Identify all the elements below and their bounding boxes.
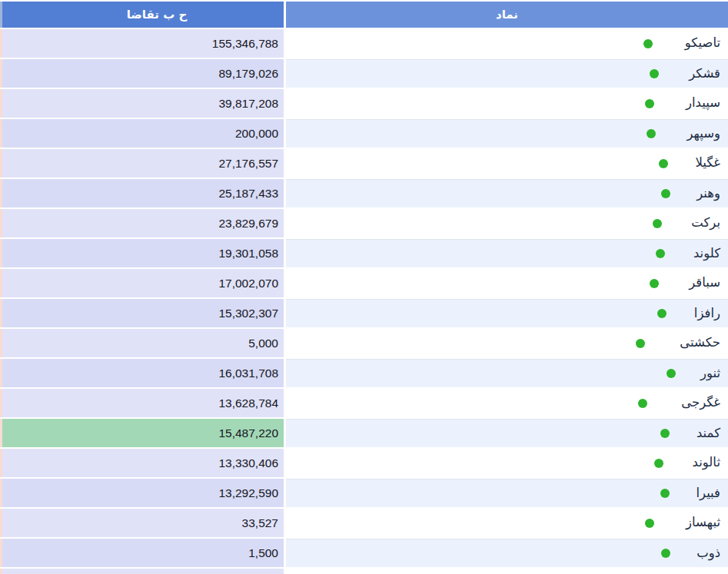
- table-row: 200,000‎ﻭﺳﭙﻬﺮ‎: [0, 119, 728, 148]
- symbol-name: ‎ﺑﺮﮐﺖ‎: [691, 209, 720, 237]
- symbol-cell[interactable]: ‎ﻏﮕﺮﺟﯽ‎: [286, 389, 728, 417]
- symbol-name: ‎ﮐﻠﻮﻧﺪ‎: [693, 240, 720, 267]
- status-dot-icon: [657, 309, 667, 318]
- table-row: 15,487,220‎ﮐﻤﻨﺪ‎: [0, 419, 728, 447]
- table-row: 23,829,679‎ﺑﺮﮐﺖ‎: [0, 209, 728, 237]
- symbol-name: ‎ﻗﺸﮑﺮ‎: [689, 60, 720, 88]
- status-dot-icon: [638, 399, 647, 408]
- demand-value: 200,000: [0, 119, 284, 148]
- symbol-name: ‎ﻏﮕﯿﻠﺎ‎: [695, 149, 720, 177]
- symbol-name: ‎ﺣﮑﺸﺘﯽ‎: [680, 329, 720, 357]
- symbol-cell: [286, 569, 728, 574]
- table-row: 5,000‎ﺣﮑﺸﺘﯽ‎: [0, 329, 728, 357]
- status-dot-icon: [653, 219, 662, 228]
- symbol-name: ‎ﺫﻭﺏ‎: [696, 539, 720, 567]
- status-dot-icon: [645, 99, 654, 108]
- symbol-cell[interactable]: ‎ﺫﻭﺏ‎: [286, 539, 728, 567]
- table-row-partial: [0, 569, 728, 574]
- symbol-cell[interactable]: ‎ﺛﺎﻟﻮﻧﺪ‎: [286, 449, 728, 477]
- table-row: 15,302,307‎ﺭﺍﻓﺰﺍ‎: [0, 299, 728, 327]
- demand-value: [0, 569, 284, 574]
- table-row: 1,500‎ﺫﻭﺏ‎: [0, 539, 728, 567]
- demand-value: 27,176,557: [0, 149, 284, 178]
- status-dot-icon: [661, 549, 670, 558]
- demand-value: 25,187,433: [0, 179, 284, 207]
- symbol-cell[interactable]: ‎ﮐﻤﻨﺪ‎: [286, 419, 728, 447]
- symbol-name: ‎ﺛﺎﻟﻮﻧﺪ‎: [693, 449, 720, 476]
- table-row: 27,176,557‎ﻏﮕﯿﻠﺎ‎: [0, 149, 728, 178]
- status-dot-icon: [660, 489, 670, 498]
- symbol-cell[interactable]: ‎ﺗﺎﺻﯿﮑﻮ‎: [286, 29, 728, 58]
- symbol-cell[interactable]: ‎ﻭﺳﭙﻬﺮ‎: [286, 119, 728, 148]
- symbol-name: ‎ﺛﺒﻬﺴﺎﺯ‎: [686, 509, 720, 536]
- status-dot-icon: [645, 519, 654, 528]
- table-row: 33,527‎ﺛﺒﻬﺴﺎﺯ‎: [0, 509, 728, 537]
- status-dot-icon: [667, 369, 676, 378]
- demand-value: 23,829,679: [0, 209, 284, 237]
- demand-value: 89,179,026: [0, 59, 284, 88]
- demand-value: 13,292,590: [0, 479, 284, 507]
- symbol-cell[interactable]: ‎ﻓﺒﯿﺮﺍ‎: [286, 479, 728, 507]
- demand-value: 15,302,307: [0, 299, 284, 327]
- symbol-name: ‎ﻓﺒﯿﺮﺍ‎: [696, 479, 720, 507]
- demand-value: 33,527: [0, 509, 284, 537]
- table-row: 13,628,784‎ﻏﮕﺮﺟﯽ‎: [0, 389, 728, 417]
- symbol-name: ‎ﮐﻤﻨﺪ‎: [696, 420, 720, 447]
- symbol-name: ‎ﺭﺍﻓﺰﺍ‎: [694, 300, 720, 327]
- symbol-name: ‎ﻭﺳﭙﻬﺮ‎: [687, 120, 720, 148]
- demand-value: 1,500: [0, 539, 284, 567]
- symbol-name: ‎ﺳﺒﺎﻗﺮ‎: [689, 269, 720, 297]
- table-row: 25,187,433‎ﻭﻫﻨﺮ‎: [0, 179, 728, 207]
- column-header-symbol[interactable]: ﻧﻤﺎﺩ: [286, 2, 728, 28]
- status-dot-icon: [636, 339, 645, 348]
- table-row: 155,346,788‎ﺗﺎﺻﯿﮑﻮ‎: [0, 29, 728, 58]
- symbol-cell[interactable]: ‎ﺭﺍﻓﺰﺍ‎: [286, 299, 728, 327]
- status-dot-icon: [650, 69, 659, 78]
- status-dot-icon: [660, 429, 670, 438]
- status-dot-icon: [654, 459, 663, 468]
- demand-value: 5,000: [0, 329, 284, 357]
- table-body: 155,346,788‎ﺗﺎﺻﯿﮑﻮ‎89,179,026‎ﻗﺸﮑﺮ‎39,81…: [0, 29, 728, 574]
- demand-value: 155,346,788: [0, 29, 284, 58]
- table-row: 13,330,406‎ﺛﺎﻟﻮﻧﺪ‎: [0, 449, 728, 477]
- symbol-name: ‎ﺳﭙﯿﺪﺍﺭ‎: [686, 89, 720, 117]
- demand-value: 17,002,070: [0, 269, 284, 297]
- table-row: 89,179,026‎ﻗﺸﮑﺮ‎: [0, 59, 728, 88]
- symbol-cell[interactable]: ‎ﺣﮑﺸﺘﯽ‎: [286, 329, 728, 357]
- column-header-demand[interactable]: ﺡ ﺏ ﺗﻘﺎﺿﺎ: [0, 2, 284, 28]
- status-dot-icon: [659, 159, 668, 168]
- demand-value: 13,628,784: [0, 389, 284, 417]
- market-table: ﺡ ﺏ ﺗﻘﺎﺿﺎ ﻧﻤﺎﺩ 155,346,788‎ﺗﺎﺻﯿﮑﻮ‎89,179…: [0, 0, 728, 574]
- symbol-cell[interactable]: ‎ﺛﺒﻬﺴﺎﺯ‎: [286, 509, 728, 537]
- symbol-cell[interactable]: ‎ﻏﮕﯿﻠﺎ‎: [286, 149, 728, 178]
- status-dot-icon: [647, 129, 656, 138]
- symbol-name: ‎ﻏﮕﺮﺟﯽ‎: [681, 389, 720, 416]
- table-row: 16,031,708‎ﺛﻨﻮﺭ‎: [0, 359, 728, 387]
- demand-value: 13,330,406: [0, 449, 284, 477]
- symbol-name: ‎ﺗﺎﺻﯿﮑﻮ‎: [685, 29, 720, 57]
- symbol-name: ‎ﺛﻨﻮﺭ‎: [700, 360, 720, 387]
- table-header-row: ﺡ ﺏ ﺗﻘﺎﺿﺎ ﻧﻤﺎﺩ: [0, 2, 728, 28]
- symbol-cell[interactable]: ‎ﻭﻫﻨﺮ‎: [286, 179, 728, 207]
- symbol-cell[interactable]: ‎ﺑﺮﮐﺖ‎: [286, 209, 728, 237]
- symbol-cell[interactable]: ‎ﺳﭙﯿﺪﺍﺭ‎: [286, 89, 728, 118]
- status-dot-icon: [656, 249, 665, 258]
- status-dot-icon: [643, 39, 653, 48]
- demand-value: 19,301,058: [0, 239, 284, 267]
- table-row: 39,817,208‎ﺳﭙﯿﺪﺍﺭ‎: [0, 89, 728, 118]
- demand-value: 16,031,708: [0, 359, 284, 387]
- demand-value: 15,487,220: [0, 419, 284, 447]
- symbol-cell[interactable]: ‎ﮐﻠﻮﻧﺪ‎: [286, 239, 728, 267]
- demand-value: 39,817,208: [0, 89, 284, 118]
- table-row: 13,292,590‎ﻓﺒﯿﺮﺍ‎: [0, 479, 728, 507]
- symbol-cell[interactable]: ‎ﺛﻨﻮﺭ‎: [286, 359, 728, 387]
- status-dot-icon: [650, 279, 659, 288]
- status-dot-icon: [661, 189, 670, 198]
- symbol-name: ‎ﻭﻫﻨﺮ‎: [696, 180, 720, 207]
- symbol-cell[interactable]: ‎ﻗﺸﮑﺮ‎: [286, 59, 728, 88]
- table-row: 19,301,058‎ﮐﻠﻮﻧﺪ‎: [0, 239, 728, 267]
- table-row: 17,002,070‎ﺳﺒﺎﻗﺮ‎: [0, 269, 728, 297]
- symbol-cell[interactable]: ‎ﺳﺒﺎﻗﺮ‎: [286, 269, 728, 297]
